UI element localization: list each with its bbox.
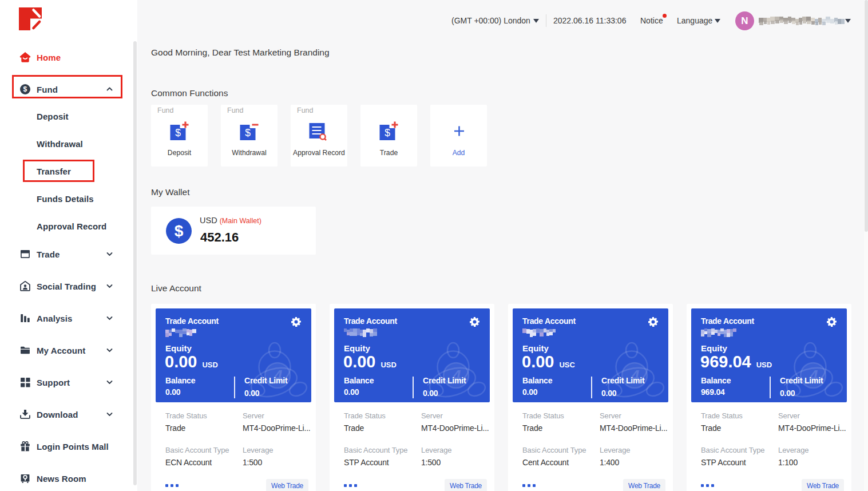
svg-text:4: 4: [273, 367, 282, 385]
svg-text:$: $: [385, 127, 390, 138]
svg-text:$: $: [175, 127, 181, 138]
svg-text:4: 4: [808, 367, 818, 385]
svg-text:4: 4: [451, 367, 461, 385]
svg-text:4: 4: [630, 367, 639, 385]
svg-text:$: $: [245, 127, 251, 138]
